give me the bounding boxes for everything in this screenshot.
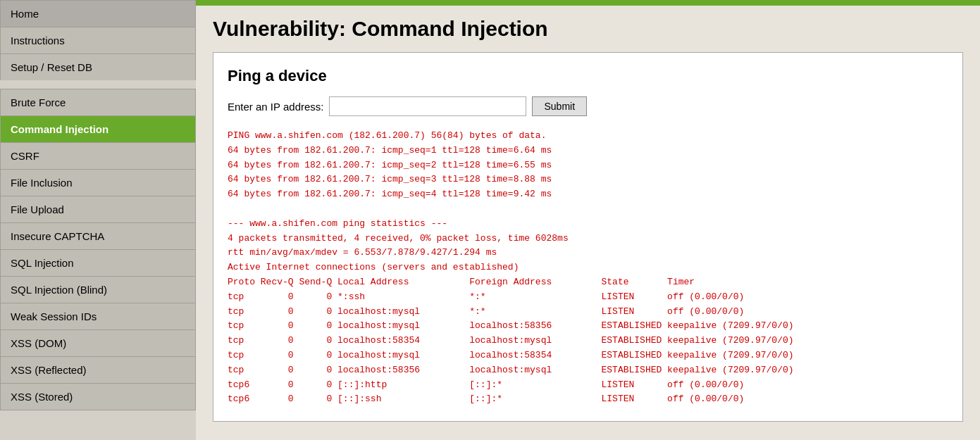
sidebar-item-xss-stored[interactable]: XSS (Stored)	[0, 383, 196, 410]
sidebar-item-brute-force[interactable]: Brute Force	[0, 89, 196, 115]
sidebar-item-weak-session-ids[interactable]: Weak Session IDs	[0, 303, 196, 329]
sidebar-item-command-injection[interactable]: Command Injection	[0, 115, 196, 142]
ip-label: Enter an IP address:	[228, 101, 323, 113]
sidebar-item-xss-reflected[interactable]: XSS (Reflected)	[0, 356, 196, 383]
sidebar-item-sql-injection[interactable]: SQL Injection	[0, 249, 196, 276]
sidebar-item-csrf[interactable]: CSRF	[0, 142, 196, 169]
sidebar-item-home[interactable]: Home	[0, 0, 196, 27]
sidebar-item-setup-reset-db[interactable]: Setup / Reset DB	[0, 54, 196, 80]
sidebar-item-insecure-captcha[interactable]: Insecure CAPTCHA	[0, 222, 196, 249]
ip-form: Enter an IP address: Submit	[228, 96, 948, 116]
sidebar-item-instructions[interactable]: Instructions	[0, 27, 196, 54]
main-content: Vulnerability: Command Injection Ping a …	[196, 0, 980, 440]
ping-output: PING www.a.shifen.com (182.61.200.7) 56(…	[228, 129, 948, 407]
sidebar-item-file-upload[interactable]: File Upload	[0, 196, 196, 222]
sidebar: HomeInstructionsSetup / Reset DBBrute Fo…	[0, 0, 196, 440]
sidebar-item-xss-dom[interactable]: XSS (DOM)	[0, 329, 196, 356]
ping-section-title: Ping a device	[228, 67, 948, 85]
ping-box: Ping a device Enter an IP address: Submi…	[213, 52, 963, 422]
ip-input[interactable]	[329, 96, 526, 116]
sidebar-item-sql-injection-blind[interactable]: SQL Injection (Blind)	[0, 276, 196, 303]
page-title: Vulnerability: Command Injection	[213, 17, 963, 41]
sidebar-item-file-inclusion[interactable]: File Inclusion	[0, 169, 196, 196]
submit-button[interactable]: Submit	[532, 96, 587, 116]
top-bar	[196, 0, 980, 6]
